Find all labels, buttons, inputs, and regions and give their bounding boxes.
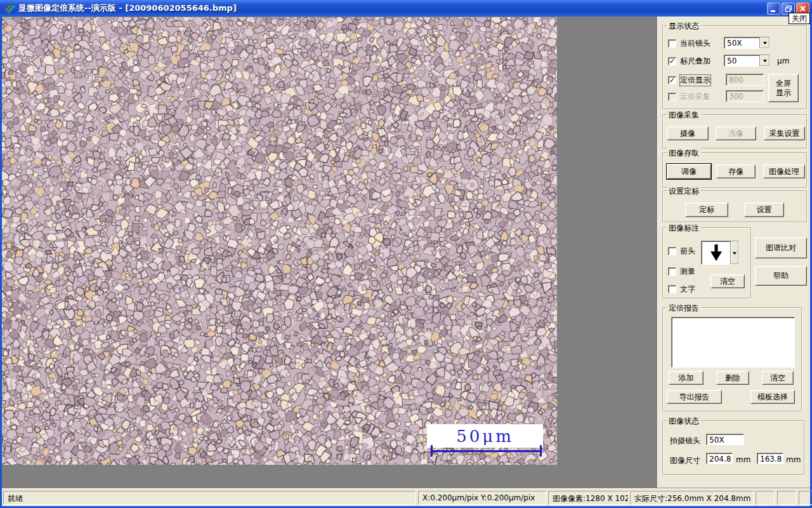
group-report: 定倍报告 添加 删除 清空 导出报告 模板选择 (662, 307, 802, 411)
save-image-button[interactable]: 存像 (716, 164, 756, 178)
group-title: 定倍报告 (667, 303, 701, 314)
control-panel: 显示状态 当前镜头 50X ✓ 标尺叠加 50 μm (657, 17, 810, 488)
report-add-button[interactable]: 添加 (669, 371, 704, 385)
minimize-button[interactable] (767, 3, 780, 15)
status-image-pixels: 图像像素:1280 X 1024 (548, 491, 629, 505)
status-spare-2 (777, 491, 796, 505)
report-clear-button[interactable]: 清空 (762, 371, 794, 385)
lens-label: 拍摄镜头 (670, 436, 700, 446)
group-title: 图像状态 (667, 416, 701, 427)
checkbox-measure[interactable]: 测量 (668, 266, 695, 277)
group-title: 图像存取 (667, 148, 701, 159)
group-storage: 图像存取 调像 存像 图像处理 (662, 152, 807, 188)
group-calibration: 设置定标 定标 设置 (662, 190, 807, 222)
checkbox-icon[interactable] (668, 285, 676, 293)
restore-icon (785, 5, 792, 12)
minimize-icon (770, 6, 777, 12)
chevron-down-icon[interactable] (759, 37, 769, 48)
checkbox-current-lens[interactable]: 当前镜头 (668, 38, 710, 49)
calibrate-button[interactable]: 定标 (685, 203, 728, 217)
checkbox-icon (668, 93, 676, 101)
group-title: 显示状态 (667, 21, 701, 32)
status-spare-3 (799, 491, 812, 505)
status-pixel-scale: X:0.200μm/pix Y:0.200μm/pix (418, 491, 546, 505)
client-area: 50μm 显示状态 当前镜头 50X ✓ 标尺叠加 (2, 17, 810, 488)
shoot-button[interactable]: 摄像 (667, 126, 709, 140)
lens-select[interactable]: 50X (724, 37, 770, 49)
checkbox-icon[interactable]: ✓ (668, 76, 676, 84)
image-height-field: 163.8 (757, 453, 783, 464)
scalebar-label: 50μm (427, 424, 543, 448)
checkbox-icon[interactable] (668, 39, 676, 48)
checkbox-icon[interactable] (668, 247, 676, 255)
group-image-status: 图像状态 拍摄镜头 50X 图像尺寸 204.8 mm 163.8 mm (662, 420, 804, 475)
image-width-field: 204.8 (706, 453, 733, 464)
scalebar-line (431, 450, 542, 452)
load-image-button[interactable]: 调像 (667, 164, 711, 179)
calibration-settings-button[interactable]: 设置 (744, 203, 784, 217)
scalebar-tick-right (540, 445, 542, 457)
arrow-style-select[interactable] (701, 241, 739, 265)
app-icon (4, 3, 15, 13)
report-listbox[interactable] (671, 317, 795, 368)
status-spare-1 (756, 491, 775, 505)
report-delete-button[interactable]: 删除 (716, 371, 749, 385)
scale-value-select[interactable]: 50 (724, 55, 770, 67)
chevron-down-icon[interactable] (759, 55, 769, 66)
freeze-button: 冻像 (716, 126, 756, 140)
group-annotation: 图像标注 箭头 测量 (662, 227, 751, 298)
checkbox-arrow[interactable]: 箭头 (668, 246, 695, 257)
image-process-button[interactable]: 图像处理 (763, 164, 805, 178)
close-icon (799, 5, 806, 12)
titlebar: 显微图像定倍系统--演示版 - [20090602055646.bmp] (0, 0, 812, 17)
group-title: 设置定标 (667, 186, 701, 197)
statusbar: 就绪 X:0.200μm/pix Y:0.200μm/pix 图像像素:1280… (2, 488, 810, 506)
group-title: 图像标注 (667, 223, 701, 234)
checkbox-fixed-display[interactable]: ✓ 定倍显示 (668, 75, 710, 86)
checkbox-icon[interactable] (668, 267, 676, 276)
group-capture: 图像采集 摄像 冻像 采集设置 (662, 114, 807, 149)
arrow-annotation-icon (702, 241, 730, 264)
checkbox-text[interactable]: 文字 (668, 284, 695, 295)
window-title: 显微图像定倍系统--演示版 - [20090602055646.bmp] (18, 3, 237, 14)
image-size-label: 图像尺寸 (670, 455, 700, 466)
capture-settings-button[interactable]: 采集设置 (764, 126, 805, 140)
chevron-down-icon[interactable] (730, 241, 738, 264)
checkbox-fixed-capture: 定倍采集 (668, 91, 710, 102)
help-button[interactable]: 帮助 (755, 266, 807, 286)
lens-value-field: 50X (706, 434, 744, 445)
group-display-status: 显示状态 当前镜头 50X ✓ 标尺叠加 50 μm (662, 25, 807, 109)
checkbox-icon[interactable]: ✓ (668, 57, 676, 65)
image-width-unit: mm (736, 455, 750, 464)
image-height-unit: mm (786, 455, 801, 464)
micrograph-viewport[interactable]: 50μm (2, 17, 557, 465)
template-select-button[interactable]: 模板选择 (750, 390, 795, 404)
export-report-button[interactable]: 导出报告 (667, 390, 722, 404)
checkbox-scale-overlay[interactable]: ✓ 标尺叠加 (668, 56, 710, 67)
clear-annotation-button[interactable]: 清空 (710, 274, 745, 288)
fixed-capture-field: 300 (726, 90, 764, 102)
status-actual-size: 实际尺寸:256.0mm X 204.8mm (630, 491, 754, 505)
micrograph-image[interactable] (2, 17, 557, 465)
status-ready: 就绪 (3, 491, 416, 505)
scalebar-tick-left (431, 445, 433, 457)
app-window: 显微图像定倍系统--演示版 - [20090602055646.bmp] 关闭 (0, 0, 812, 508)
scale-unit-label: μm (777, 57, 789, 65)
close-tooltip: 关闭 (789, 13, 810, 24)
fixed-display-field: 800 (726, 74, 764, 86)
fullscreen-button[interactable]: 全屏显示 (768, 74, 799, 102)
group-title: 图像采集 (667, 110, 701, 121)
atlas-compare-button[interactable]: 图谱比对 (755, 237, 807, 258)
